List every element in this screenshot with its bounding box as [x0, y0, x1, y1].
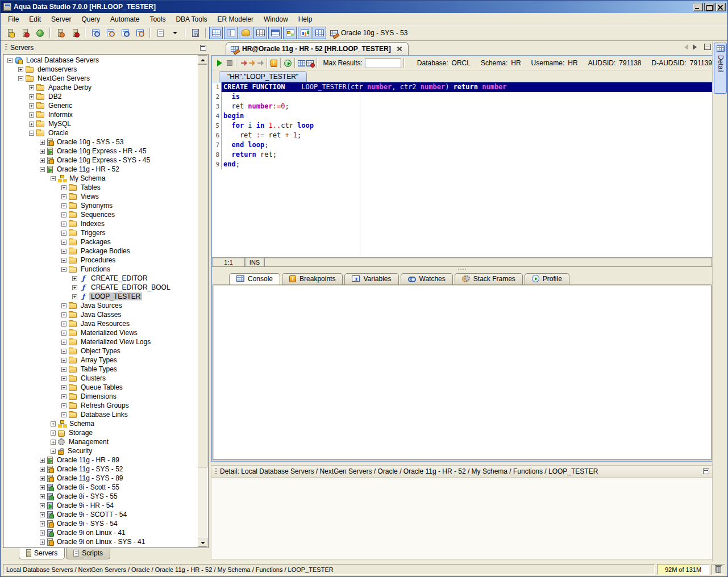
tree-item-oracle-10g-sys-53[interactable]: +Oracle 10g - SYS - 53	[4, 137, 198, 147]
sql-editor[interactable]: 1CREATE FUNCTION LOOP_TESTER(ctr number,…	[212, 82, 712, 257]
unregister-server-button[interactable]	[18, 27, 32, 39]
scroll-down-icon[interactable]	[198, 538, 207, 547]
menu-er-modeler[interactable]: ER Modeler	[213, 14, 259, 25]
tree-item-db2[interactable]: +DB2	[4, 92, 198, 101]
tree-item-functions[interactable]: −Functions	[4, 265, 198, 274]
code-line-6[interactable]: 6 ret := ret + 1;	[212, 131, 712, 140]
tree-item-indexes[interactable]: +Indexes	[4, 219, 198, 228]
open-script-button[interactable]	[153, 27, 167, 39]
prev-tab-icon[interactable]	[681, 44, 688, 50]
expand-toggle-icon[interactable]: +	[40, 521, 45, 526]
tree-item-views[interactable]: +Views	[4, 192, 198, 201]
connect-server-button[interactable]	[53, 27, 67, 39]
code-line-4[interactable]: 4begin	[212, 111, 712, 121]
tree-item-java-classes[interactable]: +Java Classes	[4, 310, 198, 319]
panel-grip[interactable]	[215, 468, 217, 475]
detail-side-tab[interactable]: Detail	[714, 43, 727, 94]
tab-profile[interactable]: Profile	[525, 273, 569, 285]
expand-toggle-icon[interactable]: +	[29, 85, 34, 90]
expand-toggle-icon[interactable]: +	[61, 258, 66, 263]
expand-toggle-icon[interactable]: +	[61, 349, 66, 354]
view-table-button[interactable]	[253, 27, 267, 39]
results-grid-button[interactable]	[298, 57, 306, 69]
tree-item-procedures[interactable]: +Procedures	[4, 256, 198, 265]
tree-item-demoservers[interactable]: +demoservers	[4, 65, 198, 74]
tree-item-informix[interactable]: +Informix	[4, 110, 198, 119]
tree-item-schema[interactable]: +Schema	[4, 419, 198, 428]
expand-toggle-icon[interactable]: +	[40, 458, 45, 463]
tree-item-oracle-9i-hr-54[interactable]: +Oracle 9i - HR - 54	[4, 501, 198, 510]
expand-toggle-icon[interactable]: −	[7, 58, 13, 63]
tools-window-button[interactable]	[189, 27, 202, 39]
expand-toggle-icon[interactable]: +	[40, 485, 45, 490]
tree-item-package-bodies[interactable]: +Package Bodies	[4, 246, 198, 256]
menu-server[interactable]: Server	[46, 14, 76, 25]
tab-scripts[interactable]: Scripts	[66, 548, 110, 559]
tree-item-java-sources[interactable]: +Java Sources	[4, 301, 198, 310]
expand-toggle-icon[interactable]: +	[61, 303, 66, 308]
step-into-button[interactable]	[239, 57, 247, 69]
expand-toggle-icon[interactable]: +	[61, 394, 66, 399]
stop-button[interactable]	[226, 57, 234, 69]
query-analyzer-button[interactable]	[89, 27, 102, 39]
tab-watches[interactable]: Watches	[401, 273, 453, 285]
expand-toggle-icon[interactable]: +	[61, 212, 66, 218]
tree-item-triggers[interactable]: +Triggers	[4, 228, 198, 237]
expand-toggle-icon[interactable]: +	[61, 376, 66, 381]
query-analyzer-text-button[interactable]	[118, 27, 132, 39]
panel-grip[interactable]	[5, 44, 7, 51]
tree-item-oracle-8i-scott-55[interactable]: +Oracle 8i - Scott - 55	[4, 483, 198, 492]
register-server-button[interactable]	[3, 27, 17, 39]
expand-toggle-icon[interactable]: +	[29, 112, 34, 118]
tree-item-oracle-8i-sys-55[interactable]: +Oracle 8i - SYS - 55	[4, 492, 198, 501]
close-button[interactable]	[715, 3, 726, 11]
history-button[interactable]	[284, 57, 292, 69]
expand-toggle-icon[interactable]: +	[40, 140, 45, 145]
toggle-breakpoint-button[interactable]: !	[270, 57, 278, 69]
scrollbar-thumb[interactable]	[198, 64, 207, 467]
close-tab-icon[interactable]	[397, 46, 402, 52]
tree-item-packages[interactable]: +Packages	[4, 237, 198, 246]
tree-item-queue-tables[interactable]: +Queue Tables	[4, 383, 198, 392]
expand-toggle-icon[interactable]: +	[61, 231, 66, 236]
tree-item-my-schema[interactable]: −My Schema	[4, 174, 198, 183]
tab-variables[interactable]: xVariables	[344, 273, 398, 285]
view-chart-button[interactable]	[298, 27, 311, 39]
tree-item-loop-tester[interactable]: +ƒLOOP_TESTER	[4, 292, 198, 301]
expand-toggle-icon[interactable]: +	[72, 276, 77, 281]
expand-toggle-icon[interactable]: +	[40, 540, 45, 545]
tree-item-oracle-10g-express-sys-45[interactable]: +Oracle 10g Express - SYS - 45	[4, 156, 198, 165]
connect-all-button[interactable]	[33, 27, 47, 39]
expand-toggle-icon[interactable]: +	[18, 67, 23, 72]
menu-help[interactable]: Help	[293, 14, 318, 25]
tree-item-security[interactable]: +Security	[4, 446, 198, 455]
tab-breakpoints[interactable]: !Breakpoints	[282, 273, 343, 285]
maximize-button[interactable]	[704, 3, 714, 11]
tree-item-storage[interactable]: +Storage	[4, 428, 198, 437]
expand-toggle-icon[interactable]: +	[61, 321, 66, 327]
expand-toggle-icon[interactable]: +	[51, 421, 56, 427]
menu-tools[interactable]: Tools	[144, 14, 170, 25]
tab-console[interactable]: Console	[229, 273, 280, 285]
code-line-3[interactable]: 3 ret number:=0;	[212, 102, 712, 111]
expand-toggle-icon[interactable]: +	[40, 494, 45, 499]
query-builder-button[interactable]	[133, 27, 147, 39]
expand-toggle-icon[interactable]: +	[40, 476, 45, 481]
expand-toggle-icon[interactable]: +	[61, 358, 66, 363]
expand-toggle-icon[interactable]: +	[29, 122, 34, 127]
expand-toggle-icon[interactable]: +	[61, 385, 66, 390]
code-line-1[interactable]: 1CREATE FUNCTION LOOP_TESTER(ctr number,…	[212, 82, 712, 92]
tree-item-oracle-11g-hr-89[interactable]: +Oracle 11g - HR - 89	[4, 455, 198, 465]
tree-item-oracle-11g-hr-52[interactable]: −Oracle 11g - HR - 52	[4, 165, 198, 174]
expand-toggle-icon[interactable]: +	[72, 285, 77, 290]
expand-toggle-icon[interactable]: −	[61, 267, 66, 272]
expand-toggle-icon[interactable]: +	[61, 312, 66, 317]
next-tab-icon[interactable]	[693, 44, 700, 50]
expand-toggle-icon[interactable]: +	[61, 194, 66, 199]
tree-scrollbar[interactable]	[198, 55, 207, 547]
tab-stack-frames[interactable]: Stack Frames	[455, 273, 523, 285]
tree-item-apache-derby[interactable]: +Apache Derby	[4, 83, 198, 92]
expand-toggle-icon[interactable]: +	[40, 467, 45, 472]
tree-item-create-editor[interactable]: +ƒCREATE_EDITOR	[4, 274, 198, 283]
console-splitter[interactable]	[212, 267, 712, 272]
